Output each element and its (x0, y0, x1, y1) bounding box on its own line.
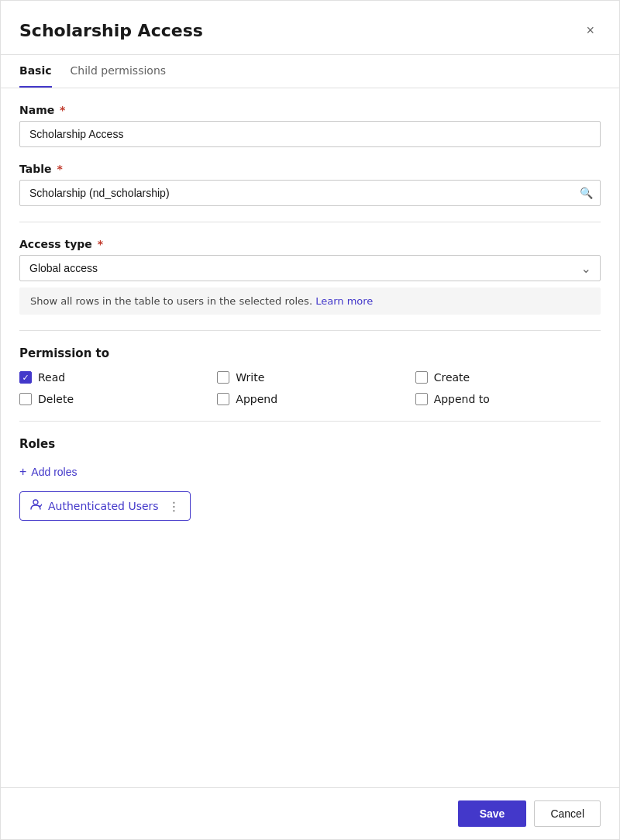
name-field-group: Name * (19, 104, 601, 147)
role-chip-authenticated-users[interactable]: Authenticated Users ⋮ (19, 491, 191, 521)
permission-delete[interactable]: Delete (19, 393, 205, 405)
tab-basic[interactable]: Basic (19, 55, 52, 88)
access-type-select-wrapper: Global access Owner access Team access ⌄ (19, 255, 601, 281)
table-input[interactable] (19, 180, 601, 206)
access-type-field-group: Access type * Global access Owner access… (19, 238, 601, 315)
role-chip-menu-icon[interactable]: ⋮ (165, 499, 181, 514)
table-field-group: Table * 🔍 (19, 163, 601, 206)
access-type-info: Show all rows in the table to users in t… (19, 287, 601, 315)
divider-1 (19, 222, 601, 222)
tabs-bar: Basic Child permissions (1, 55, 619, 88)
permissions-section: Permission to Read Write Create (19, 346, 601, 405)
checkbox-create[interactable] (415, 371, 428, 384)
dialog-footer: Save Cancel (1, 787, 619, 839)
permission-append-to-label: Append to (434, 393, 490, 405)
roles-list: Authenticated Users ⋮ (19, 491, 601, 521)
authenticated-users-label: Authenticated Users (48, 500, 159, 512)
checkbox-append-to[interactable] (415, 393, 428, 405)
checkbox-write[interactable] (217, 371, 229, 384)
checkbox-read[interactable] (19, 371, 32, 384)
authenticated-users-icon (29, 498, 42, 514)
table-input-wrapper: 🔍 (19, 180, 601, 206)
permission-write-label: Write (236, 371, 264, 384)
dialog-header: Scholarship Access × (1, 1, 619, 55)
permission-read-label: Read (38, 371, 65, 384)
save-button[interactable]: Save (458, 800, 527, 827)
tab-child-permissions[interactable]: Child permissions (71, 55, 167, 88)
dialog-body: Name * Table * 🔍 Access type * Global ac… (1, 88, 619, 787)
divider-2 (19, 330, 601, 331)
permission-create-label: Create (434, 371, 470, 384)
permission-append-to[interactable]: Append to (415, 393, 601, 405)
checkbox-append[interactable] (217, 393, 229, 405)
roles-section: Roles + Add roles Authenticated Users ⋮ (19, 437, 601, 521)
permission-append-label: Append (236, 393, 277, 405)
add-roles-button[interactable]: + Add roles (19, 462, 78, 482)
access-type-select[interactable]: Global access Owner access Team access (19, 255, 601, 281)
permission-append[interactable]: Append (217, 393, 402, 405)
permission-delete-label: Delete (38, 393, 74, 405)
dialog-title: Scholarship Access (19, 21, 203, 40)
cancel-button[interactable]: Cancel (534, 800, 601, 827)
permission-write[interactable]: Write (217, 371, 402, 384)
access-type-label: Access type * (19, 238, 601, 250)
table-label: Table * (19, 163, 601, 175)
roles-title: Roles (19, 437, 601, 451)
plus-icon: + (19, 465, 26, 479)
permission-read[interactable]: Read (19, 371, 205, 384)
name-label: Name * (19, 104, 601, 116)
svg-point-0 (33, 500, 38, 504)
divider-3 (19, 421, 601, 422)
name-input[interactable] (19, 121, 601, 147)
dialog: Scholarship Access × Basic Child permiss… (0, 0, 620, 840)
checkbox-delete[interactable] (19, 393, 32, 405)
permission-create[interactable]: Create (415, 371, 601, 384)
permissions-title: Permission to (19, 346, 601, 360)
table-search-icon: 🔍 (580, 187, 593, 199)
permissions-grid: Read Write Create Delete (19, 371, 601, 405)
close-button[interactable]: × (580, 19, 601, 42)
learn-more-link[interactable]: Learn more (315, 295, 373, 307)
